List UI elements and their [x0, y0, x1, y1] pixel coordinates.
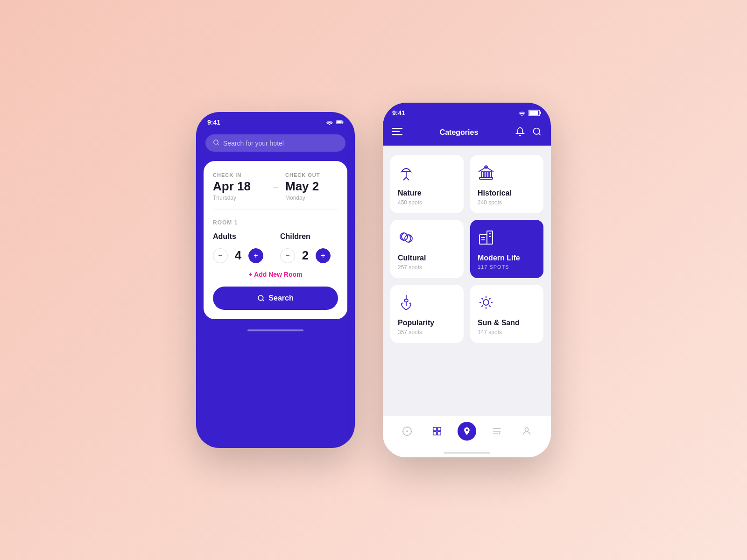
home-bar-right	[444, 452, 490, 454]
home-bar-left	[247, 329, 303, 331]
top-bar-right: 9:41	[383, 103, 551, 146]
check-in-day: Thursday	[213, 195, 266, 201]
popularity-spots: 357 spots	[398, 329, 456, 336]
historical-spots: 240 spots	[478, 199, 536, 206]
category-nature[interactable]: Nature 450 spots	[390, 155, 464, 213]
room-section: ROOM 1 Adults − 4 + Children	[213, 219, 338, 263]
search-button[interactable]: Search	[213, 287, 338, 310]
search-icon-right[interactable]	[532, 127, 542, 138]
svg-rect-9	[529, 111, 538, 115]
svg-rect-2	[343, 121, 343, 123]
category-historical[interactable]: Historical 240 spots	[470, 155, 543, 213]
svg-rect-12	[392, 134, 402, 135]
left-phone: 9:41 Sea	[196, 112, 355, 448]
nav-grid[interactable]	[428, 422, 446, 441]
svg-rect-17	[481, 172, 483, 177]
svg-point-43	[407, 431, 408, 432]
time-right: 9:41	[392, 109, 405, 117]
status-icons-right	[518, 110, 542, 116]
popularity-name: Popularity	[398, 319, 456, 327]
nature-icon	[398, 164, 456, 183]
search-placeholder: Search for your hotel	[223, 140, 284, 147]
svg-line-14	[403, 177, 406, 180]
status-bar-left: 9:41	[196, 112, 355, 130]
cultural-spots: 257 spots	[398, 264, 456, 271]
sun-sand-icon	[478, 294, 536, 313]
category-modern-life[interactable]: Modern Life 117 SPOTS	[470, 220, 543, 278]
svg-line-40	[489, 298, 491, 300]
svg-rect-11	[392, 131, 400, 133]
adults-counter: − 4 +	[213, 248, 271, 263]
svg-point-32	[404, 299, 408, 302]
svg-point-4	[214, 140, 218, 144]
cultural-name: Cultural	[398, 254, 456, 262]
add-room-label: + Add New Room	[249, 271, 303, 278]
nav-favorites[interactable]	[487, 422, 506, 441]
category-cultural[interactable]: Cultural 257 spots	[390, 220, 464, 278]
svg-rect-8	[540, 112, 542, 114]
popularity-icon	[398, 294, 456, 313]
children-counter: − 2 +	[280, 248, 338, 263]
svg-point-42	[403, 427, 411, 435]
nav-location[interactable]	[458, 422, 476, 441]
arrow-separator: →	[266, 182, 285, 192]
historical-icon	[478, 164, 536, 183]
sun-sand-name: Sun & Sand	[478, 319, 536, 327]
booking-card: CHECK IN Apr 18 Thursday → CHECK OUT May…	[204, 161, 347, 319]
svg-rect-44	[433, 427, 437, 431]
svg-rect-45	[437, 427, 441, 431]
category-popularity[interactable]: Popularity 357 spots	[390, 285, 464, 343]
hamburger-icon[interactable]	[392, 128, 402, 137]
search-btn-label: Search	[268, 294, 293, 302]
adults-plus-button[interactable]: +	[248, 248, 263, 263]
nature-spots: 450 spots	[398, 199, 456, 206]
check-out-date: May 2	[285, 180, 338, 193]
adults-minus-button[interactable]: −	[213, 248, 228, 263]
check-dates: CHECK IN Apr 18 Thursday → CHECK OUT May…	[213, 172, 338, 210]
svg-point-5	[258, 295, 263, 301]
adults-label: Adults	[213, 232, 271, 241]
children-group: Children − 2 +	[280, 232, 338, 263]
modern-life-name: Modern Life	[478, 254, 536, 262]
historical-name: Historical	[478, 189, 536, 197]
svg-point-33	[483, 300, 489, 305]
guests-row: Adults − 4 + Children − 2 +	[213, 232, 338, 263]
svg-line-38	[482, 298, 483, 300]
room-label: ROOM 1	[213, 219, 338, 226]
modern-life-icon	[478, 229, 536, 248]
svg-rect-26	[487, 231, 493, 244]
category-sun-sand[interactable]: Sun & Sand 147 spots	[470, 285, 543, 343]
nav-bar: Categories	[392, 122, 542, 146]
check-in-label: CHECK IN	[213, 172, 266, 178]
children-label: Children	[280, 232, 338, 241]
nav-profile[interactable]	[517, 422, 536, 441]
status-bar-right: 9:41	[392, 109, 542, 117]
children-value: 2	[301, 248, 310, 263]
search-icon-left	[213, 139, 219, 147]
time-left: 9:41	[207, 119, 220, 126]
check-out-day: Monday	[285, 195, 338, 201]
svg-point-0	[329, 124, 331, 125]
modern-life-spots: 117 SPOTS	[478, 264, 536, 270]
categories-content: Nature 450 spots	[383, 146, 551, 416]
battery-icon-left	[336, 119, 344, 125]
children-plus-button[interactable]: +	[316, 248, 331, 263]
adults-value: 4	[233, 248, 243, 263]
bell-icon[interactable]	[515, 127, 525, 138]
search-bar-left[interactable]: Search for your hotel	[205, 134, 345, 152]
svg-rect-18	[484, 172, 486, 177]
children-minus-button[interactable]: −	[280, 248, 295, 263]
svg-line-39	[489, 306, 491, 307]
nav-compass[interactable]	[398, 422, 416, 441]
phones-container: 9:41 Sea	[196, 103, 551, 457]
svg-point-6	[521, 115, 523, 116]
svg-rect-10	[392, 128, 402, 129]
bottom-nav	[383, 416, 551, 448]
svg-rect-3	[337, 121, 342, 123]
check-in-section: CHECK IN Apr 18 Thursday	[213, 172, 266, 201]
home-indicator-right	[383, 448, 551, 457]
nature-name: Nature	[398, 189, 456, 197]
status-icons-left	[326, 119, 344, 125]
nav-icons	[515, 127, 542, 138]
add-room-button[interactable]: + Add New Room	[213, 271, 338, 278]
